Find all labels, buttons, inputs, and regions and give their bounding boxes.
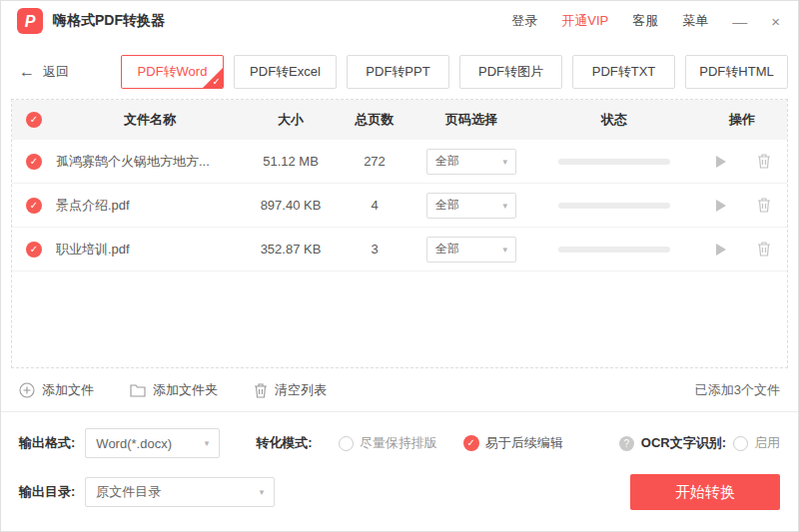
table-row: ✓ 职业培训.pdf 352.87 KB 3 全部 ▾ <box>12 228 787 271</box>
tab-bar: ← 返回 PDF转Word ✓ PDF转Excel PDF转PPT PDF转图片… <box>1 41 798 99</box>
output-dir-value: 原文件目录 <box>96 483 161 501</box>
trash-icon[interactable] <box>757 198 771 213</box>
progress-bar <box>558 247 670 253</box>
page-select-dropdown[interactable]: 全部 ▾ <box>426 237 516 263</box>
page-select-dropdown[interactable]: 全部 ▾ <box>426 193 516 219</box>
col-actions: 操作 <box>697 111 787 129</box>
help-icon[interactable]: ? <box>619 436 634 451</box>
row-checkbox[interactable]: ✓ <box>26 198 42 214</box>
file-name: 职业培训.pdf <box>56 241 244 259</box>
tab-label: PDF转TXT <box>592 63 656 81</box>
settings-panel: 输出格式: Word(*.docx) ▾ 转化模式: 尽量保持排版 ✓ 易于后续… <box>1 411 798 510</box>
vip-link[interactable]: 开通VIP <box>561 12 608 30</box>
menu-link[interactable]: 菜单 <box>682 12 708 30</box>
radio-checked-icon: ✓ <box>463 435 479 451</box>
select-all-checkbox[interactable]: ✓ <box>26 112 42 128</box>
tab-pdf-to-image[interactable]: PDF转图片 <box>459 55 562 89</box>
col-status: 状态 <box>531 111 697 129</box>
radio-unchecked-icon <box>733 436 748 451</box>
file-pages: 3 <box>338 242 411 257</box>
tab-label: PDF转图片 <box>478 63 543 81</box>
tab-pdf-to-word[interactable]: PDF转Word ✓ <box>121 55 224 89</box>
convert-mode-label: 转化模式: <box>256 434 312 452</box>
radio-easy-edit[interactable]: ✓ 易于后续编辑 <box>463 434 563 452</box>
radio-label: 易于后续编辑 <box>485 434 563 452</box>
col-file-name: 文件名称 <box>56 111 244 129</box>
chevron-down-icon: ▾ <box>260 487 265 497</box>
back-button[interactable]: ← 返回 <box>19 63 111 81</box>
table-row: ✓ 景点介绍.pdf 897.40 KB 4 全部 ▾ <box>12 184 787 228</box>
play-icon[interactable] <box>713 155 727 169</box>
page-select-value: 全部 <box>435 197 459 214</box>
row-checkbox[interactable]: ✓ <box>26 242 42 258</box>
radio-label: 启用 <box>754 434 780 452</box>
active-check-icon: ✓ <box>213 77 221 87</box>
svg-text:P: P <box>25 13 36 30</box>
page-select-value: 全部 <box>435 153 459 170</box>
output-dir-label: 输出目录: <box>19 483 75 501</box>
folder-icon <box>130 383 146 397</box>
trash-icon <box>254 383 268 398</box>
login-link[interactable]: 登录 <box>511 12 537 30</box>
file-pages: 4 <box>338 198 411 213</box>
file-pages: 272 <box>338 154 411 169</box>
back-arrow-icon: ← <box>19 63 35 81</box>
start-convert-button[interactable]: 开始转换 <box>630 474 780 510</box>
minimize-button[interactable]: — <box>732 14 747 29</box>
col-total-pages: 总页数 <box>338 111 411 129</box>
list-toolbar: 添加文件 添加文件夹 清空列表 已添加3个文件 <box>19 381 780 399</box>
add-file-label: 添加文件 <box>42 381 94 399</box>
tab-pdf-to-ppt[interactable]: PDF转PPT <box>347 55 449 89</box>
file-table: ✓ 文件名称 大小 总页数 页码选择 状态 操作 ✓ 孤鸿寡鹄个火锅地方地方..… <box>11 99 788 368</box>
radio-ocr-enable[interactable]: 启用 <box>733 434 780 452</box>
clear-list-button[interactable]: 清空列表 <box>254 381 327 399</box>
output-format-label: 输出格式: <box>19 434 75 452</box>
tab-label: PDF转Word <box>138 63 208 81</box>
row-checkbox[interactable]: ✓ <box>26 154 42 170</box>
add-folder-label: 添加文件夹 <box>153 381 218 399</box>
output-format-value: Word(*.docx) <box>96 436 172 451</box>
tab-pdf-to-html[interactable]: PDF转HTML <box>685 55 788 89</box>
radio-keep-layout[interactable]: 尽量保持排版 <box>339 434 437 452</box>
chevron-down-icon: ▾ <box>502 201 507 211</box>
trash-icon[interactable] <box>757 242 771 257</box>
tab-label: PDF转PPT <box>366 63 429 81</box>
progress-bar <box>558 159 670 165</box>
back-label: 返回 <box>43 63 69 81</box>
file-size: 897.40 KB <box>244 198 338 213</box>
file-size: 352.87 KB <box>244 242 338 257</box>
file-name: 景点介绍.pdf <box>56 197 244 215</box>
tab-pdf-to-excel[interactable]: PDF转Excel <box>234 55 337 89</box>
add-file-button[interactable]: 添加文件 <box>19 381 94 399</box>
tab-label: PDF转HTML <box>699 63 773 81</box>
app-logo-icon: P <box>17 8 43 34</box>
radio-unchecked-icon <box>339 436 354 451</box>
chevron-down-icon: ▾ <box>502 157 507 167</box>
progress-bar <box>558 203 670 209</box>
page-select-dropdown[interactable]: 全部 ▾ <box>426 149 516 175</box>
plus-circle-icon <box>19 382 35 398</box>
add-folder-button[interactable]: 添加文件夹 <box>130 381 218 399</box>
chevron-down-icon: ▾ <box>205 438 210 448</box>
app-title: 嗨格式PDF转换器 <box>53 12 165 30</box>
page-select-value: 全部 <box>435 241 459 258</box>
table-header: ✓ 文件名称 大小 总页数 页码选择 状态 操作 <box>12 100 787 140</box>
close-button[interactable]: × <box>771 14 780 29</box>
ocr-label: OCR文字识别: <box>641 434 726 452</box>
output-format-select[interactable]: Word(*.docx) ▾ <box>85 428 220 458</box>
chevron-down-icon: ▾ <box>502 245 507 255</box>
play-icon[interactable] <box>713 243 727 257</box>
col-page-select: 页码选择 <box>411 111 531 129</box>
output-dir-select[interactable]: 原文件目录 ▾ <box>85 477 275 507</box>
title-bar: P 嗨格式PDF转换器 登录 开通VIP 客服 菜单 — × <box>1 1 798 41</box>
file-name: 孤鸿寡鹄个火锅地方地方... <box>56 153 244 171</box>
clear-list-label: 清空列表 <box>275 381 327 399</box>
trash-icon[interactable] <box>757 154 771 169</box>
play-icon[interactable] <box>713 199 727 213</box>
customer-service-link[interactable]: 客服 <box>632 12 658 30</box>
table-row: ✓ 孤鸿寡鹄个火锅地方地方... 51.12 MB 272 全部 ▾ <box>12 140 787 184</box>
tab-label: PDF转Excel <box>250 63 321 81</box>
file-size: 51.12 MB <box>244 154 338 169</box>
added-count: 已添加3个文件 <box>695 381 780 399</box>
tab-pdf-to-txt[interactable]: PDF转TXT <box>572 55 675 89</box>
